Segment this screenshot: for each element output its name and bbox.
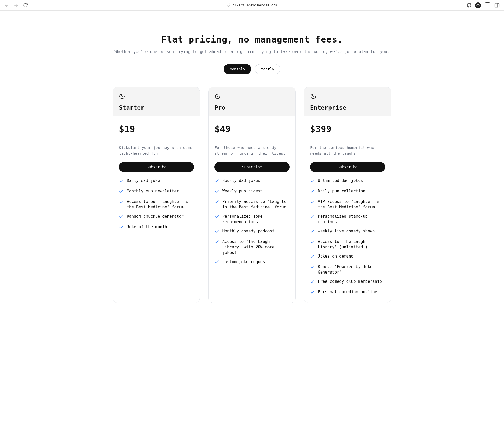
feature-item: Personalized joke recommendations: [214, 214, 290, 225]
toolbar-right: [467, 2, 500, 8]
feature-text: Personal comedian hotline: [318, 289, 377, 295]
feature-item: Monthly comedy podcast: [214, 228, 290, 235]
plan-body: $19 Kickstart your journey with some lig…: [113, 116, 200, 238]
feature-text: Access to our 'Laughter is the Best Medi…: [127, 199, 194, 210]
feature-item: Hourly dad jokes: [214, 178, 290, 185]
page-subtitle: Whether you're one person trying to get …: [113, 49, 391, 54]
plan-header: Starter: [113, 87, 200, 116]
check-icon: [119, 214, 124, 221]
check-icon: [119, 189, 124, 195]
check-icon: [310, 214, 315, 221]
forward-icon[interactable]: [14, 3, 18, 8]
feature-item: Monthly pun newsletter: [119, 189, 194, 195]
check-icon: [310, 200, 315, 206]
check-icon: [310, 290, 315, 296]
check-icon: [214, 214, 219, 221]
plan-name: Pro: [214, 104, 290, 111]
address-bar[interactable]: hikari.antoineross.com: [227, 3, 277, 7]
check-icon: [310, 229, 315, 235]
github-icon[interactable]: [467, 3, 471, 8]
feature-item: Free comedy club membership: [310, 279, 385, 286]
feature-item: Random chuckle generator: [119, 214, 194, 221]
check-icon: [310, 179, 315, 185]
feature-item: VIP access to 'Laughter is the Best Medi…: [310, 199, 385, 210]
feature-item: Personal comedian hotline: [310, 289, 385, 296]
feature-list: Hourly dad jokes Weekly pun digest Prior…: [214, 178, 290, 266]
svg-rect-5: [495, 3, 499, 7]
plan-price: $399: [310, 124, 385, 134]
feature-text: Monthly comedy podcast: [222, 228, 275, 234]
feature-list: Daily dad joke Monthly pun newsletter Ac…: [119, 178, 194, 231]
toggle-yearly[interactable]: Yearly: [255, 64, 280, 74]
feature-text: Access to 'The Laugh Library' (unlimited…: [318, 239, 385, 250]
browser-toolbar: hikari.antoineross.com: [0, 0, 504, 11]
feature-text: Personalized stand-up routines: [318, 214, 385, 225]
plan-name: Starter: [119, 104, 194, 111]
check-icon: [214, 239, 219, 246]
feature-text: Jokes on demand: [318, 254, 353, 259]
svg-point-2: [477, 5, 479, 6]
feature-text: Joke of the month: [127, 224, 167, 230]
feature-text: Free comedy club membership: [318, 279, 382, 284]
moon-icon: [119, 93, 194, 101]
toolbar-left: [4, 3, 28, 8]
url-text: hikari.antoineross.com: [232, 3, 277, 7]
check-icon: [310, 239, 315, 246]
feature-text: Personalized joke recommendations: [222, 214, 290, 225]
sidebar-toggle-icon[interactable]: [494, 2, 500, 8]
extension-icon-1[interactable]: [475, 2, 481, 8]
feature-text: Custom joke requests: [222, 259, 270, 265]
feature-text: Monthly pun newsletter: [127, 189, 179, 194]
check-icon: [214, 189, 219, 195]
check-icon: [119, 200, 124, 206]
plan-header: Enterprise: [304, 87, 391, 116]
plan-body: $399 For the serious humorist who needs …: [304, 116, 391, 303]
extension-icon-2[interactable]: [485, 2, 490, 8]
feature-text: Hourly dad jokes: [222, 178, 260, 184]
plan-description: For the serious humorist who needs all t…: [310, 145, 385, 156]
check-icon: [310, 189, 315, 195]
feature-item: Daily dad joke: [119, 178, 194, 185]
plan-card-starter: Starter $19 Kickstart your journey with …: [113, 87, 200, 303]
plan-description: For those who need a steady stream of hu…: [214, 145, 290, 156]
svg-point-4: [488, 5, 488, 5]
check-icon: [310, 265, 315, 271]
plans-grid: Starter $19 Kickstart your journey with …: [113, 87, 391, 303]
feature-text: Daily dad joke: [127, 178, 160, 184]
toggle-monthly[interactable]: Monthly: [224, 64, 251, 74]
check-icon: [310, 254, 315, 260]
feature-item: Access to 'The Laugh Library' (unlimited…: [310, 239, 385, 250]
subscribe-button-starter[interactable]: Subscribe: [119, 162, 194, 172]
subscribe-button-pro[interactable]: Subscribe: [214, 162, 290, 172]
billing-toggle: Monthly Yearly: [113, 64, 391, 74]
feature-item: Unlimited dad jokes: [310, 178, 385, 185]
feature-text: VIP access to 'Laughter is the Best Medi…: [318, 199, 385, 210]
feature-item: Joke of the month: [119, 224, 194, 231]
subscribe-button-enterprise[interactable]: Subscribe: [310, 162, 385, 172]
feature-item: Custom joke requests: [214, 259, 290, 266]
plan-price: $19: [119, 124, 194, 134]
feature-item: Daily pun collection: [310, 189, 385, 195]
feature-item: Weekly pun digest: [214, 189, 290, 195]
feature-item: Weekly live comedy shows: [310, 228, 385, 235]
feature-item: Personalized stand-up routines: [310, 214, 385, 225]
feature-text: Priority access to 'Laughter is the Best…: [222, 199, 290, 210]
feature-item: Access to our 'Laughter is the Best Medi…: [119, 199, 194, 210]
plan-card-enterprise: Enterprise $399 For the serious humorist…: [304, 87, 391, 303]
feature-list: Unlimited dad jokes Daily pun collection…: [310, 178, 385, 296]
reload-icon[interactable]: [23, 3, 28, 8]
feature-text: Access to 'The Laugh Library' with 20% m…: [222, 239, 290, 255]
feature-text: Weekly live comedy shows: [318, 228, 375, 234]
plan-description: Kickstart your journey with some light-h…: [119, 145, 194, 156]
feature-item: Remove 'Powered by Joke Generator': [310, 264, 385, 275]
feature-text: Random chuckle generator: [127, 214, 184, 219]
check-icon: [119, 225, 124, 231]
bottom-bar: [0, 330, 504, 337]
page-title: Flat pricing, no management fees.: [113, 34, 391, 45]
back-icon[interactable]: [4, 3, 9, 8]
plan-name: Enterprise: [310, 104, 385, 111]
plan-header: Pro: [209, 87, 295, 116]
check-icon: [214, 260, 219, 266]
check-icon: [119, 179, 124, 185]
feature-text: Unlimited dad jokes: [318, 178, 363, 184]
